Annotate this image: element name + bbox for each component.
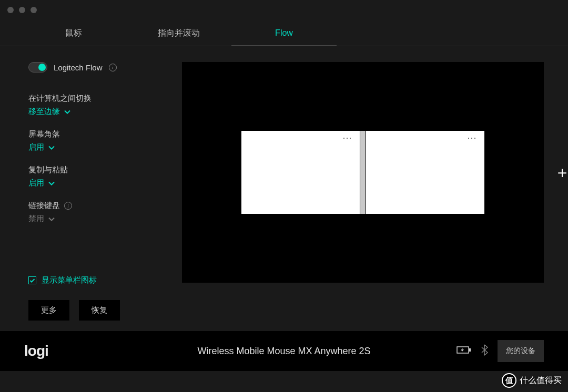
tab-point-scroll[interactable]: 指向并滚动 (126, 20, 231, 46)
window-titlebar (0, 0, 568, 20)
watermark-badge-icon: 值 (502, 373, 516, 388)
zoom-window-button[interactable] (31, 7, 37, 13)
chevron-down-icon (48, 217, 55, 221)
logi-logo: logi (24, 343, 48, 359)
main-area: Logitech Flow i 在计算机之间切换 移至边缘 屏幕角落 启用 复制… (0, 46, 568, 331)
info-icon[interactable]: i (64, 202, 72, 210)
chevron-down-icon (48, 181, 55, 185)
tab-flow[interactable]: Flow (231, 20, 337, 46)
battery-icon (457, 346, 471, 356)
watermark: 值 什么值得买 (502, 373, 562, 388)
show-menubar-icon-checkbox[interactable]: 显示菜单栏图标 (28, 275, 182, 285)
setting-value-dropdown[interactable]: 禁用 (28, 214, 182, 224)
setting-value-dropdown[interactable]: 启用 (28, 142, 182, 152)
setting-title: 在计算机之间切换 (28, 94, 182, 104)
minimize-window-button[interactable] (19, 7, 25, 13)
monitor-menu-icon[interactable]: ⋯ (342, 136, 352, 139)
setting-value-dropdown[interactable]: 移至边缘 (28, 107, 182, 117)
setting-value-label: 启用 (28, 178, 44, 188)
checkbox-icon (28, 276, 36, 284)
setting-screen-corners: 屏幕角落 启用 (28, 129, 182, 152)
setting-switch-computers: 在计算机之间切换 移至边缘 (28, 94, 182, 117)
setting-value-label: 禁用 (28, 214, 44, 224)
monitor-menu-icon[interactable]: ⋯ (467, 136, 477, 139)
svg-rect-1 (469, 348, 471, 352)
setting-value-label: 移至边缘 (28, 107, 60, 117)
add-computer-button[interactable]: ＋ (554, 162, 568, 183)
setting-link-keyboard: 链接键盘 i 禁用 (28, 201, 182, 224)
tab-mouse[interactable]: 鼠标 (21, 20, 126, 46)
settings-sidebar: Logitech Flow i 在计算机之间切换 移至边缘 屏幕角落 启用 复制… (0, 46, 182, 331)
tab-bar: 鼠标 指向并滚动 Flow (0, 20, 568, 46)
setting-title: 屏幕角落 (28, 129, 182, 139)
footer-right: 您的设备 (457, 340, 544, 362)
restore-button[interactable]: 恢复 (79, 300, 120, 321)
monitor-2[interactable]: ⋯ (366, 131, 484, 214)
flow-toggle[interactable] (28, 62, 47, 73)
more-button[interactable]: 更多 (28, 300, 69, 321)
footer-bar: logi Wireless Mobile Mouse MX Anywhere 2… (0, 331, 568, 371)
sidebar-buttons: 更多 恢复 (28, 300, 182, 321)
setting-title-label: 链接键盘 (28, 201, 60, 211)
monitors-group: ⋯ ⋯ (241, 131, 484, 214)
device-name: Wireless Mobile Mouse MX Anywhere 2S (197, 346, 370, 357)
flow-canvas: ⋯ ⋯ ＋ (182, 62, 544, 283)
watermark-text: 什么值得买 (520, 375, 562, 386)
setting-copy-paste: 复制与粘贴 启用 (28, 165, 182, 188)
bluetooth-icon (481, 344, 488, 358)
your-device-button[interactable]: 您的设备 (498, 340, 544, 362)
flow-canvas-area: ⋯ ⋯ ＋ (182, 46, 568, 331)
chevron-down-icon (48, 146, 55, 150)
info-icon[interactable]: i (109, 64, 117, 71)
setting-title: 复制与粘贴 (28, 165, 182, 175)
setting-value-label: 启用 (28, 142, 44, 152)
monitor-divider[interactable] (360, 131, 366, 214)
setting-title: 链接键盘 i (28, 201, 182, 211)
chevron-down-icon (64, 110, 70, 114)
checkbox-label: 显示菜单栏图标 (42, 275, 97, 285)
close-window-button[interactable] (7, 7, 14, 13)
setting-value-dropdown[interactable]: 启用 (28, 178, 182, 188)
monitor-1[interactable]: ⋯ (241, 131, 360, 214)
flow-toggle-row: Logitech Flow i (28, 62, 182, 73)
flow-toggle-label: Logitech Flow (54, 63, 103, 72)
